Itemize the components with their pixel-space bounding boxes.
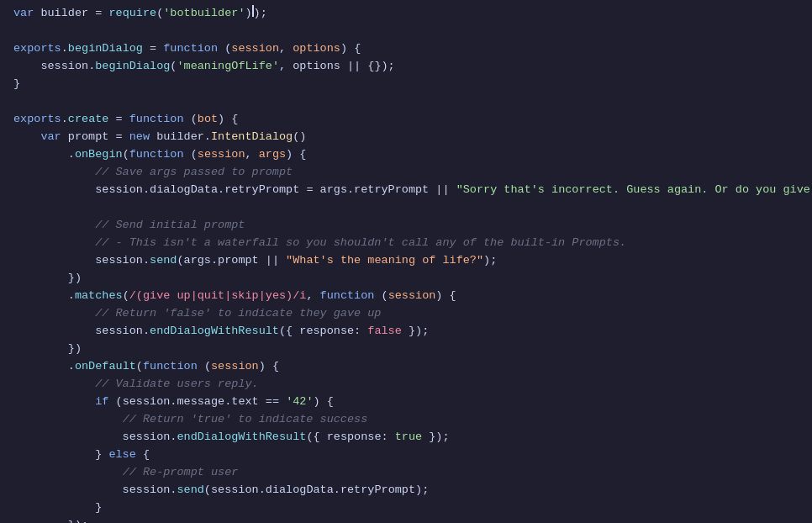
code-line-17: .matches(/(give up|quit|skip|yes)/i, fun… — [0, 288, 812, 305]
code-line-11: session.dialogData.retryPrompt = args.re… — [0, 182, 812, 199]
code-line-7: exports.create = function (bot) { — [0, 111, 812, 129]
code-line-15: session.send(args.prompt || "What's the … — [0, 252, 812, 270]
code-line-18: // Return 'false' to indicate they gave … — [0, 305, 812, 323]
code-line-5: } — [0, 76, 812, 93]
code-line-21: .onDefault(function (session) { — [0, 358, 812, 376]
code-line-29: } — [0, 499, 812, 517]
code-line-19: session.endDialogWithResult({ response: … — [0, 323, 812, 341]
code-line-6 — [0, 93, 812, 111]
code-line-3: exports.beginDialog = function (session,… — [0, 40, 812, 58]
code-line-9: .onBegin(function (session, args) { — [0, 146, 812, 164]
code-line-20: }) — [0, 341, 812, 358]
code-line-30: }); — [0, 517, 812, 523]
code-line-24: // Return 'true' to indicate success — [0, 411, 812, 429]
code-line-13: // Send initial prompt — [0, 217, 812, 235]
code-line-14: // - This isn't a waterfall so you shoul… — [0, 235, 812, 252]
code-line-26: } else { — [0, 446, 812, 464]
code-line-8: var prompt = new builder.IntentDialog() — [0, 129, 812, 146]
code-line-10: // Save args passed to prompt — [0, 164, 812, 182]
code-line-28: session.send(session.dialogData.retryPro… — [0, 482, 812, 499]
code-line-22: // Validate users reply. — [0, 376, 812, 394]
code-line-4: session.beginDialog('meaningOfLife', opt… — [0, 58, 812, 76]
code-line-23: if (session.message.text == '42') { — [0, 394, 812, 411]
code-line-25: session.endDialogWithResult({ response: … — [0, 429, 812, 446]
code-editor: var builder = require('botbuilder')); ex… — [0, 0, 812, 523]
code-line-1: var builder = require('botbuilder')); — [0, 5, 812, 23]
code-line-2 — [0, 23, 812, 40]
code-line-27: // Re-prompt user — [0, 464, 812, 482]
code-line-16: }) — [0, 270, 812, 288]
code-line-12 — [0, 199, 812, 217]
